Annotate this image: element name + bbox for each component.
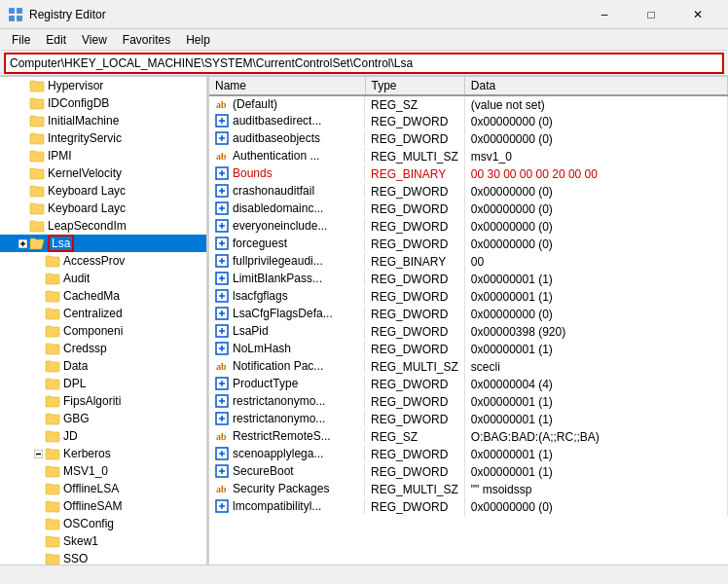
menu-bar: File Edit View Favorites Help (0, 29, 728, 51)
tree-item-skew1[interactable]: Skew1 (0, 532, 206, 550)
entry-type: REG_DWORD (365, 130, 464, 148)
tree-item-accessprov[interactable]: AccessProv (0, 252, 206, 270)
entry-type: REG_DWORD (365, 218, 464, 236)
table-row[interactable]: abAuthentication ...REG_MULTI_SZmsv1_0 (209, 148, 728, 165)
menu-file[interactable]: File (4, 31, 38, 49)
folder-icon (29, 166, 45, 180)
table-row[interactable]: scenoapplylega...REG_DWORD0x00000001 (1) (209, 446, 728, 463)
tree-item-initialmachine[interactable]: InitialMachine (0, 112, 206, 129)
main-area: HypervisorIDConfigDBInitialMachineIntegr… (0, 76, 728, 565)
tree-item-componeni[interactable]: Componeni (0, 322, 206, 340)
tree-item-label: LeapSecondIm (48, 219, 127, 233)
table-row[interactable]: SecureBootREG_DWORD0x00000001 (1) (209, 463, 728, 481)
table-row[interactable]: fullprivilegeaudi...REG_BINARY00 (209, 253, 728, 271)
tree-item-idconfigdb[interactable]: IDConfigDB (0, 94, 206, 112)
table-row[interactable]: forceguestREG_DWORD0x00000000 (0) (209, 236, 728, 253)
col-header-data[interactable]: Data (464, 77, 727, 95)
table-row[interactable]: LsaCfgFlagsDefa...REG_DWORD0x00000000 (0… (209, 306, 728, 323)
table-row[interactable]: NoLmHashREG_DWORD0x00000001 (1) (209, 341, 728, 358)
tree-item-hypervisor[interactable]: Hypervisor (0, 77, 206, 94)
tree-item-offlinesam[interactable]: OfflineSAM (0, 497, 206, 515)
tree-item-jd[interactable]: JD (0, 427, 206, 445)
table-row[interactable]: restrictanonymo...REG_DWORD0x00000001 (1… (209, 393, 728, 411)
tree-item-kernelvelocity[interactable]: KernelVelocity (0, 164, 206, 182)
menu-edit[interactable]: Edit (38, 31, 74, 49)
tree-item-offlinelsa[interactable]: OfflineLSA (0, 480, 206, 497)
svg-rect-0 (9, 8, 15, 14)
menu-help[interactable]: Help (178, 31, 218, 49)
tree-item-label: Centralized (63, 307, 123, 320)
col-header-type[interactable]: Type (365, 77, 464, 95)
folder-icon (45, 254, 60, 268)
tree-expander[interactable] (31, 447, 45, 460)
tree-item-cachedma[interactable]: CachedMa (0, 287, 206, 305)
right-panel[interactable]: Name Type Data ab(Default)REG_SZ(value n… (209, 77, 728, 565)
entry-data: (value not set) (464, 95, 727, 113)
svg-rect-2 (9, 16, 15, 21)
tree-item-fipsalgoriti[interactable]: FipsAlgoriti (0, 392, 206, 410)
tree-expander[interactable] (16, 237, 29, 250)
table-row[interactable]: ab(Default)REG_SZ(value not set) (209, 95, 728, 113)
tree-item-msv1-0[interactable]: MSV1_0 (0, 462, 206, 480)
tree-item-label: OfflineLSA (63, 482, 119, 495)
table-row[interactable]: abNotification Pac...REG_MULTI_SZscecli (209, 358, 728, 376)
minimize-button[interactable]: – (582, 0, 627, 29)
folder-icon (45, 447, 60, 460)
tree-item-centralized[interactable]: Centralized (0, 305, 206, 322)
entry-name: RestrictRemoteS... (233, 429, 331, 443)
tree-item-sso[interactable]: SSO (0, 550, 206, 565)
table-row[interactable]: LsaPidREG_DWORD0x00000398 (920) (209, 323, 728, 341)
entry-data: 0x00000001 (1) (464, 446, 727, 463)
table-row[interactable]: lmcompatibilityl...REG_DWORD0x00000000 (… (209, 498, 728, 516)
tree-item-credssp[interactable]: Credssp (0, 340, 206, 357)
maximize-button[interactable]: □ (629, 0, 673, 29)
col-header-name[interactable]: Name (209, 77, 365, 95)
entry-type: REG_MULTI_SZ (365, 148, 464, 165)
table-row[interactable]: everyoneinclude...REG_DWORD0x00000000 (0… (209, 218, 728, 236)
value-type-icon: ab (215, 359, 229, 373)
table-row[interactable]: ProductTypeREG_DWORD0x00000004 (4) (209, 376, 728, 393)
table-row[interactable]: lsacfgflagsREG_DWORD0x00000001 (1) (209, 288, 728, 306)
tree-item-osconfig[interactable]: OSConfig (0, 515, 206, 532)
tree-item-integrityservic[interactable]: IntegrityServic (0, 129, 206, 147)
table-row[interactable]: BoundsREG_BINARY00 30 00 00 00 20 00 00 (209, 165, 728, 183)
tree-item-kerberos[interactable]: Kerberos (0, 445, 206, 462)
tree-item-lsa[interactable]: Lsa (0, 235, 206, 252)
address-bar (0, 51, 728, 76)
lsa-highlighted-label: Lsa (48, 235, 74, 252)
tree-item-label: InitialMachine (48, 114, 119, 128)
folder-icon (45, 324, 60, 338)
table-row[interactable]: crashonauditfailREG_DWORD0x00000000 (0) (209, 183, 728, 201)
tree-panel[interactable]: HypervisorIDConfigDBInitialMachineIntegr… (0, 77, 209, 565)
table-row[interactable]: restrictanonymo...REG_DWORD0x00000001 (1… (209, 411, 728, 428)
entry-type: REG_DWORD (365, 306, 464, 323)
menu-view[interactable]: View (74, 31, 115, 49)
folder-icon (45, 289, 60, 303)
tree-item-data[interactable]: Data (0, 357, 206, 375)
tree-item-leapsecondim[interactable]: LeapSecondIm (0, 217, 206, 235)
tree-item-ipmi[interactable]: IPMI (0, 147, 206, 164)
table-row[interactable]: LimitBlankPass...REG_DWORD0x00000001 (1) (209, 271, 728, 288)
entry-name: (Default) (233, 97, 277, 111)
table-row[interactable]: auditbaseobjectsREG_DWORD0x00000000 (0) (209, 130, 728, 148)
tree-item-audit[interactable]: Audit (0, 270, 206, 287)
folder-icon (45, 464, 60, 478)
folder-icon (29, 96, 45, 110)
tree-item-keyboard-layc[interactable]: Keyboard Layc (0, 200, 206, 217)
table-row[interactable]: abRestrictRemoteS...REG_SZO:BAG:BAD:(A;;… (209, 428, 728, 446)
address-input[interactable] (4, 53, 724, 74)
tree-item-dpl[interactable]: DPL (0, 375, 206, 392)
entry-name: restrictanonymo... (233, 394, 325, 408)
entry-name: restrictanonymo... (233, 412, 325, 425)
entry-name: Notification Pac... (233, 359, 323, 373)
table-row[interactable]: disabledomainc...REG_DWORD0x00000000 (0) (209, 201, 728, 218)
table-row[interactable]: auditbasedirect...REG_DWORD0x00000000 (0… (209, 113, 728, 130)
tree-item-label: AccessProv (63, 254, 125, 268)
tree-item-gbg[interactable]: GBG (0, 410, 206, 427)
folder-icon (45, 359, 60, 373)
entry-type: REG_DWORD (365, 271, 464, 288)
menu-favorites[interactable]: Favorites (115, 31, 178, 49)
table-row[interactable]: abSecurity PackagesREG_MULTI_SZ"" msoids… (209, 481, 728, 498)
tree-item-keyboard-layc[interactable]: Keyboard Layc (0, 182, 206, 200)
close-button[interactable]: ✕ (675, 0, 720, 29)
